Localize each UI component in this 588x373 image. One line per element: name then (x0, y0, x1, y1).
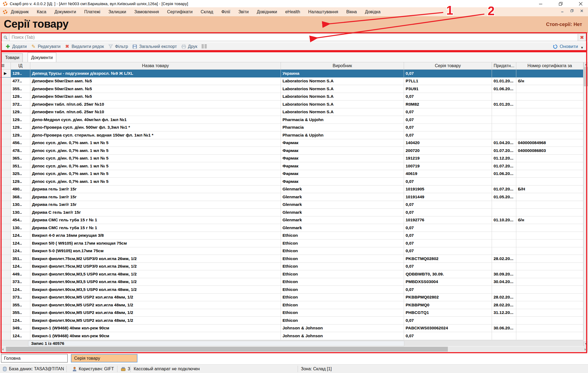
search-icon[interactable] (2, 34, 9, 41)
cell-expiry[interactable]: 01.05.20... (492, 193, 516, 201)
window-tab-home[interactable]: Головна (1, 354, 68, 362)
menu-item-2[interactable]: Документи (54, 9, 76, 14)
cell-cert[interactable] (516, 209, 583, 216)
row-selector[interactable] (0, 116, 11, 124)
cell-expiry[interactable]: 01.06.20... (492, 170, 516, 178)
row-selector[interactable] (0, 239, 11, 247)
cell-series[interactable]: 0,07 (404, 93, 492, 101)
row-selector[interactable] (0, 108, 11, 116)
cell-name[interactable]: Дерива СМС гель туба 15 г № 1 (30, 216, 281, 224)
cell-series[interactable]: 0,07 (404, 224, 492, 232)
cell-expiry[interactable]: 01.07.20... (492, 186, 516, 193)
cell-cert[interactable] (516, 193, 583, 201)
cell-id[interactable]: 130.. (11, 224, 30, 232)
cell-maker[interactable]: Laboratorios Normon S.A (281, 85, 404, 93)
cell-name[interactable]: Депос сусп. д/ин. 0,7% амп. 1 мл № 5 (30, 139, 281, 147)
cell-expiry[interactable]: 01.07.20... (492, 147, 516, 155)
cell-cert[interactable] (516, 85, 583, 93)
scroll-down-icon[interactable] (584, 342, 588, 346)
cell-name[interactable]: Викрил фиолет.90см,М5 USP2 кол.игла 48мм… (30, 294, 281, 301)
cell-id[interactable]: 124.. (11, 332, 30, 340)
cell-expiry[interactable] (492, 286, 516, 294)
cell-name[interactable]: Депиофен табл. п/пл.об. 25мг №10 (30, 100, 281, 108)
close-button[interactable] (577, 1, 584, 7)
cell-series[interactable]: 191219 (404, 155, 492, 163)
cell-series[interactable]: 0,07 (404, 232, 492, 240)
cell-cert[interactable] (516, 247, 583, 255)
cell-cert[interactable] (516, 325, 583, 332)
table-row[interactable]: 129..Депо-Провера сусп. д/ин. 500мг фл. … (0, 124, 583, 132)
cell-maker[interactable]: Ethicon (281, 255, 404, 263)
cell-cert[interactable] (516, 224, 583, 232)
row-selector[interactable] (0, 201, 11, 209)
menu-item-1[interactable]: Каса (37, 9, 46, 14)
cell-id[interactable]: 129.. (11, 131, 30, 139)
table-row[interactable]: 130..Дерива СМС гель туба 15 г № 1Glenma… (0, 224, 583, 232)
cell-id[interactable]: 129.. (11, 116, 30, 124)
clear-search-icon[interactable]: ✖ (578, 34, 586, 41)
cell-name[interactable]: Викрил фиолет.90см,М5 USP2 кол.игла 48мм… (30, 309, 281, 317)
cell-maker[interactable]: Pharmacia & Upjohn (281, 131, 404, 139)
cell-maker[interactable]: Ethicon (281, 286, 404, 294)
row-selector[interactable] (0, 224, 11, 232)
table-row[interactable]: 477..Депиофен 50мг/2мл амп. №5Laboratori… (0, 77, 583, 85)
mdi-restore-button[interactable] (569, 8, 575, 14)
cell-name[interactable]: Депос сусп. д/ин. 0,7% амп. 1 мл № 5 (30, 170, 281, 178)
cell-series[interactable]: PABCKWS030062024 (404, 325, 492, 332)
cell-series[interactable]: PKBCTMQ02802 (404, 255, 492, 263)
cell-name[interactable]: Викрил фиолет.90см,М3,5 USP0 кол.игла 48… (30, 286, 281, 294)
table-row[interactable]: 373..Викрил фиолет.90см,М3,5 USP0 кол.иг… (0, 278, 583, 286)
cell-id[interactable]: 129.. (11, 108, 30, 116)
row-selector[interactable] (0, 255, 11, 263)
cell-id[interactable]: 368.. (11, 193, 30, 201)
cell-series[interactable]: 140420 (404, 139, 492, 147)
cell-name[interactable]: Дерива С гель 1мг/г 15г (30, 209, 281, 216)
cell-cert[interactable] (516, 201, 583, 209)
cell-series[interactable]: R0M82 (404, 100, 492, 108)
cell-cert[interactable]: 040000086803 (516, 147, 583, 155)
cell-maker[interactable]: Johnson & Johnson (281, 332, 404, 340)
cell-series[interactable]: 0,07 (404, 116, 492, 124)
row-selector[interactable] (0, 209, 11, 216)
cell-expiry[interactable] (492, 108, 516, 116)
menu-item-3[interactable]: Платежі (84, 9, 100, 14)
table-row[interactable]: 365..Депос сусп. д/ин. 0,7% амп. 1 мл № … (0, 155, 583, 163)
cell-id[interactable]: 490.. (11, 186, 30, 193)
filter-button[interactable]: Фільтр (108, 44, 128, 49)
cell-expiry[interactable]: 30.04.20... (492, 278, 516, 286)
cell-series[interactable]: PKBBPMQ02802 (404, 294, 492, 301)
cell-series[interactable]: 0,07 (404, 247, 492, 255)
row-selector[interactable] (0, 294, 11, 301)
cell-id[interactable]: 124.. (11, 263, 30, 271)
cell-series[interactable]: 0,07 (404, 124, 492, 132)
cell-name[interactable]: Депо-Медрол сусп. д/ин. 40мг/мл фл. 1мл … (30, 116, 281, 124)
cell-name[interactable]: Депос сусп. д/ин. 0,7% амп. 1 мл № 5 (30, 162, 281, 170)
cell-name[interactable]: Депиофен 50мг/2мл амп. №5 (30, 85, 281, 93)
cell-maker[interactable]: Johnson & Johnson (281, 325, 404, 332)
cell-maker[interactable]: Ethicon (281, 263, 404, 271)
cell-cert[interactable] (516, 309, 583, 317)
table-row[interactable]: 130..Дерива гель 1мг/г 15гGlenmark0,07 (0, 201, 583, 209)
cell-maker[interactable]: Фармак (281, 178, 404, 186)
cell-expiry[interactable] (492, 247, 516, 255)
row-selector[interactable] (0, 162, 11, 170)
tab-documents[interactable]: Документи (28, 53, 56, 62)
cell-cert[interactable]: б/н (516, 216, 583, 224)
cell-cert[interactable] (516, 178, 583, 186)
cell-expiry[interactable] (492, 317, 516, 325)
cell-id[interactable]: 373.. (11, 294, 30, 301)
cell-name[interactable]: Викрил 5-0 (W9105) кол.17мм 75см (30, 247, 281, 255)
row-selector[interactable] (0, 77, 11, 85)
cell-id[interactable]: 449.. (11, 270, 30, 278)
row-selector[interactable] (0, 232, 11, 240)
cell-maker[interactable]: Ethicon (281, 232, 404, 240)
cell-expiry[interactable] (492, 178, 516, 186)
cell-name[interactable]: Депос сусп. д/ин. 0,7% амп. 1 мл № 5 (30, 155, 281, 163)
cell-id[interactable]: 325.. (11, 170, 30, 178)
cell-id[interactable]: 355.. (11, 301, 30, 309)
cell-expiry[interactable] (492, 263, 516, 271)
cell-expiry[interactable]: 01.06.20... (492, 85, 516, 93)
cell-id[interactable]: 130.. (11, 209, 30, 216)
cell-name[interactable]: Депенд Трусы - подгузники д/взросл. №9 Ж… (30, 70, 281, 77)
cell-id[interactable]: 478.. (11, 147, 30, 155)
